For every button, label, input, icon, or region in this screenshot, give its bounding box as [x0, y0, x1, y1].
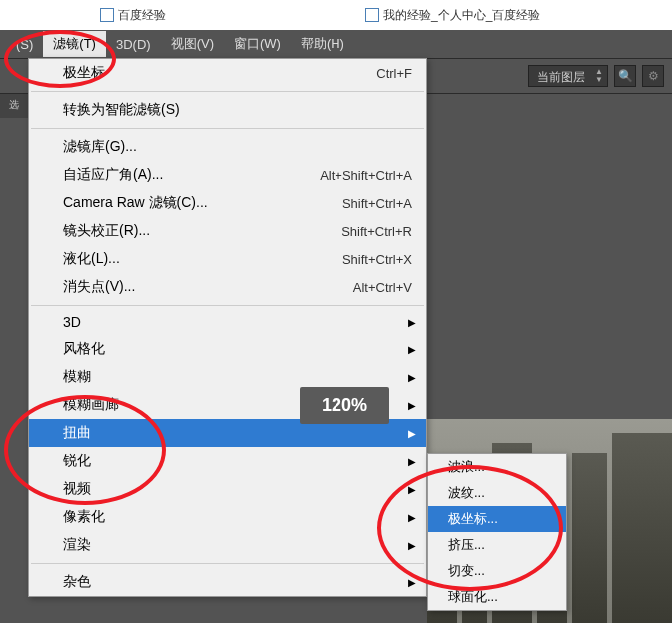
distort-submenu: 波浪... 波纹... 极坐标... 挤压... 切变... 球面化... — [427, 453, 567, 611]
menu-separator — [31, 128, 424, 129]
left-toolbar: 选 — [0, 94, 28, 118]
menu-label: 风格化 — [63, 340, 412, 358]
menu-label: 扭曲 — [63, 424, 412, 442]
menu-label: 锐化 — [63, 452, 412, 470]
menu-label: 球面化... — [448, 588, 554, 606]
menu-label: 转换为智能滤镜(S) — [63, 101, 412, 119]
menu-separator — [31, 563, 424, 564]
tab-favicon — [100, 8, 114, 22]
menu-shortcut: Alt+Shift+Ctrl+A — [320, 168, 412, 183]
tab-2[interactable]: 我的经验_个人中心_百度经验 — [365, 7, 540, 24]
submenu-pinch[interactable]: 挤压... — [428, 532, 566, 558]
menu-render-group[interactable]: 渲染 ▶ — [29, 531, 426, 559]
submenu-arrow-icon: ▶ — [408, 428, 416, 439]
menu-pixelate-group[interactable]: 像素化 ▶ — [29, 503, 426, 531]
menu-last-filter[interactable]: 极坐标 Ctrl+F — [29, 59, 426, 87]
menu-label: 3D — [63, 314, 412, 330]
menu-separator — [31, 91, 424, 92]
menu-adaptive-wide[interactable]: 自适应广角(A)... Alt+Shift+Ctrl+A — [29, 161, 426, 189]
menu-separator — [31, 305, 424, 306]
tab-1[interactable]: 百度经验 — [100, 7, 166, 24]
menu-view[interactable]: 视图(V) — [161, 31, 224, 57]
menu-convert-smart[interactable]: 转换为智能滤镜(S) — [29, 96, 426, 124]
menu-select[interactable]: (S) — [6, 33, 43, 56]
menu-noise-group[interactable]: 杂色 ▶ — [29, 568, 426, 596]
menu-label: 切变... — [448, 562, 554, 580]
submenu-arrow-icon: ▶ — [408, 512, 416, 523]
menu-liquify[interactable]: 液化(L)... Shift+Ctrl+X — [29, 245, 426, 273]
submenu-arrow-icon: ▶ — [408, 540, 416, 551]
submenu-arrow-icon: ▶ — [408, 344, 416, 355]
menu-help[interactable]: 帮助(H) — [291, 31, 354, 57]
submenu-polar[interactable]: 极坐标... — [428, 506, 566, 532]
menu-label: 视频 — [63, 480, 412, 498]
menu-3d[interactable]: 3D(D) — [106, 33, 161, 56]
tab-label: 百度经验 — [118, 7, 166, 24]
layer-select[interactable]: 当前图层 ▲▼ — [528, 65, 608, 87]
menu-shortcut: Alt+Ctrl+V — [353, 280, 412, 295]
menu-shortcut: Shift+Ctrl+R — [341, 224, 412, 239]
menu-shortcut: Ctrl+F — [376, 66, 412, 81]
submenu-wave[interactable]: 波浪... — [428, 454, 566, 480]
menu-label: 渲染 — [63, 536, 412, 554]
submenu-shear[interactable]: 切变... — [428, 558, 566, 584]
submenu-arrow-icon: ▶ — [408, 372, 416, 383]
menu-label: 像素化 — [63, 508, 412, 526]
submenu-spherize[interactable]: 球面化... — [428, 584, 566, 610]
menu-label: 杂色 — [63, 573, 412, 591]
menu-label: 模糊 — [63, 368, 412, 386]
menu-camera-raw[interactable]: Camera Raw 滤镜(C)... Shift+Ctrl+A — [29, 189, 426, 217]
app-menubar: (S) 滤镜(T) 3D(D) 视图(V) 窗口(W) 帮助(H) — [0, 30, 672, 58]
menu-label: 极坐标 — [63, 64, 356, 82]
submenu-arrow-icon: ▶ — [408, 456, 416, 467]
tab-favicon — [365, 8, 379, 22]
submenu-arrow-icon: ▶ — [408, 400, 416, 411]
menu-window[interactable]: 窗口(W) — [224, 31, 291, 57]
menu-label: 波浪... — [448, 458, 554, 476]
submenu-arrow-icon: ▶ — [408, 577, 416, 588]
submenu-ripple[interactable]: 波纹... — [428, 480, 566, 506]
menu-vanishing-point[interactable]: 消失点(V)... Alt+Ctrl+V — [29, 273, 426, 301]
menu-shortcut: Shift+Ctrl+X — [342, 252, 412, 267]
submenu-arrow-icon: ▶ — [408, 317, 416, 328]
menu-label: 滤镜库(G)... — [63, 138, 412, 156]
menu-label: 极坐标... — [448, 510, 554, 528]
menu-filter[interactable]: 滤镜(T) — [43, 31, 106, 57]
select-arrows-icon: ▲▼ — [595, 68, 603, 84]
menu-filter-gallery[interactable]: 滤镜库(G)... — [29, 133, 426, 161]
menu-sharpen-group[interactable]: 锐化 ▶ — [29, 447, 426, 475]
menu-label: 液化(L)... — [63, 250, 323, 268]
menu-label: 挤压... — [448, 536, 554, 554]
tab-label: 我的经验_个人中心_百度经验 — [383, 7, 540, 24]
menu-video-group[interactable]: 视频 ▶ — [29, 475, 426, 503]
menu-shortcut: Shift+Ctrl+A — [342, 196, 412, 211]
menu-label: 自适应广角(A)... — [63, 166, 300, 184]
filter-menu-dropdown: 极坐标 Ctrl+F 转换为智能滤镜(S) 滤镜库(G)... 自适应广角(A)… — [28, 58, 427, 597]
menu-label: 镜头校正(R)... — [63, 222, 322, 240]
menu-label: 消失点(V)... — [63, 278, 334, 296]
tool-item[interactable]: 选 — [0, 94, 28, 118]
browser-tabs: 百度经验 我的经验_个人中心_百度经验 — [0, 0, 672, 30]
search-icon[interactable]: 🔍 — [614, 65, 636, 87]
menu-lens-correction[interactable]: 镜头校正(R)... Shift+Ctrl+R — [29, 217, 426, 245]
menu-stylize-group[interactable]: 风格化 ▶ — [29, 335, 426, 363]
zoom-overlay: 120% — [300, 387, 389, 424]
menu-label: Camera Raw 滤镜(C)... — [63, 194, 323, 212]
menu-3d-group[interactable]: 3D ▶ — [29, 310, 426, 335]
menu-label: 波纹... — [448, 484, 554, 502]
options-icon[interactable]: ⚙ — [642, 65, 664, 87]
layer-select-value: 当前图层 — [537, 70, 585, 84]
submenu-arrow-icon: ▶ — [408, 484, 416, 495]
